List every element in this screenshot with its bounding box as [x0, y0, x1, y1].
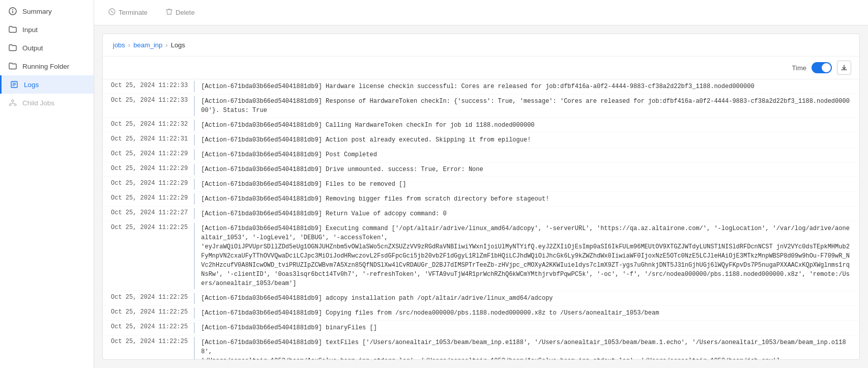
log-time: Oct 25, 2024 11:22:32 [103, 120, 195, 131]
log-content[interactable]: Oct 25, 2024 11:22:33[Action-671bda03b66… [103, 79, 859, 359]
log-message: [Action-671bda03b66ed54041881db9] Drive … [195, 164, 489, 175]
breadcrumb-beam-inp[interactable]: beam_inp [133, 41, 162, 49]
sidebar-item-label-logs: Logs [24, 81, 39, 89]
delete-button[interactable]: Delete [162, 6, 199, 19]
log-entry: Oct 25, 2024 11:22:29[Action-671bda03b66… [103, 162, 859, 177]
log-time: Oct 25, 2024 11:22:33 [103, 96, 195, 116]
log-message: [Action-671bda03b66ed54041881db9] Hardwa… [195, 81, 760, 92]
toolbar: Terminate Delete [94, 0, 868, 25]
svg-line-14 [111, 11, 113, 13]
log-message: [Action-671bda03b66ed54041881db9] Respon… [195, 96, 859, 116]
log-entry: Oct 25, 2024 11:22:29[Action-671bda03b66… [103, 177, 859, 192]
logs-icon [10, 80, 19, 89]
log-time: Oct 25, 2024 11:22:27 [103, 208, 195, 219]
log-message: [Action-671bda03b66ed54041881db9] Post C… [195, 149, 383, 160]
breadcrumb-jobs[interactable]: jobs [113, 41, 125, 49]
log-message: [Action-671bda03b66ed54041881db9] Return… [195, 208, 452, 219]
log-time: Oct 25, 2024 11:22:25 [103, 307, 195, 319]
sidebar-item-label-child-jobs: Child Jobs [22, 99, 54, 107]
svg-line-12 [13, 103, 15, 104]
sidebar-item-running-folder[interactable]: Running Folder [0, 57, 94, 75]
breadcrumb: jobs › beam_inp › Logs [103, 34, 859, 56]
log-time: Oct 25, 2024 11:22:33 [103, 81, 195, 92]
log-panel: jobs › beam_inp › Logs Time Oct 25, 2024… [102, 34, 860, 360]
log-message: [Action-671bda03b66ed54041881db9] binary… [195, 322, 383, 333]
folder-input-icon [8, 25, 17, 34]
log-entry: Oct 25, 2024 11:22:25[Action-671bda03b66… [103, 306, 859, 321]
log-time: Oct 25, 2024 11:22:29 [103, 149, 195, 160]
terminate-button[interactable]: Terminate [104, 6, 152, 19]
log-message: [Action-671bda03b66ed54041881db9] Callin… [195, 120, 540, 131]
sidebar-item-label-summary: Summary [22, 8, 52, 15]
log-time: Oct 25, 2024 11:22:29 [103, 193, 195, 205]
terminate-icon [108, 8, 115, 17]
log-entry: Oct 25, 2024 11:22:32[Action-671bda03b66… [103, 118, 859, 133]
sidebar-item-label-output: Output [22, 44, 43, 52]
log-time: Oct 25, 2024 11:22:31 [103, 134, 195, 146]
log-time: Oct 25, 2024 11:22:25 [103, 337, 195, 359]
sidebar-item-summary[interactable]: Summary [0, 2, 94, 20]
log-message: [Action-671bda03b66ed54041881db9] Execut… [195, 223, 859, 289]
svg-line-11 [10, 103, 13, 104]
running-folder-icon [8, 62, 17, 71]
sidebar-item-child-jobs: Child Jobs [0, 94, 94, 112]
time-label: Time [792, 64, 806, 72]
svg-point-9 [14, 104, 16, 106]
log-time: Oct 25, 2024 11:22:29 [103, 179, 195, 190]
log-message: [Action-671bda03b66ed54041881db9] Copyin… [195, 307, 665, 319]
log-time: Oct 25, 2024 11:22:29 [103, 164, 195, 175]
log-time: Oct 25, 2024 11:22:25 [103, 223, 195, 289]
sidebar-item-label-input: Input [22, 26, 38, 34]
log-entry: Oct 25, 2024 11:22:33[Action-671bda03b66… [103, 94, 859, 118]
folder-output-icon [8, 43, 17, 52]
svg-point-7 [12, 100, 14, 102]
breadcrumb-sep-1: › [128, 41, 130, 49]
sidebar-item-output[interactable]: Output [0, 39, 94, 57]
sidebar: Summary Input Output Running Folder [0, 0, 94, 368]
log-entry: Oct 25, 2024 11:22:27[Action-671bda03b66… [103, 207, 859, 221]
sidebar-item-logs[interactable]: Logs [0, 75, 94, 94]
delete-label: Delete [176, 9, 195, 16]
log-message: [Action-671bda03b66ed54041881db9] textFi… [195, 337, 859, 359]
time-toggle[interactable] [812, 62, 832, 73]
log-entry: Oct 25, 2024 11:22:29[Action-671bda03b66… [103, 192, 859, 207]
log-message: [Action-671bda03b66ed54041881db9] adcopy… [195, 293, 559, 304]
log-message: [Action-671bda03b66ed54041881db9] Files … [195, 179, 412, 190]
log-message: [Action-671bda03b66ed54041881db9] Action… [195, 134, 537, 146]
info-circle-icon [8, 7, 17, 16]
child-jobs-icon [8, 98, 17, 107]
breadcrumb-logs: Logs [171, 41, 185, 49]
breadcrumb-sep-2: › [165, 41, 167, 49]
terminate-label: Terminate [119, 9, 148, 16]
log-entry: Oct 25, 2024 11:22:31[Action-671bda03b66… [103, 133, 859, 148]
log-message: [Action-671bda03b66ed54041881db9] Removi… [195, 193, 555, 205]
download-button[interactable] [837, 61, 851, 75]
log-entry: Oct 25, 2024 11:22:25[Action-671bda03b66… [103, 221, 859, 291]
svg-point-2 [12, 9, 13, 10]
log-entry: Oct 25, 2024 11:22:25[Action-671bda03b66… [103, 335, 859, 359]
svg-rect-1 [12, 11, 13, 13]
delete-icon [166, 8, 172, 17]
log-time: Oct 25, 2024 11:22:25 [103, 293, 195, 304]
svg-point-8 [9, 104, 11, 106]
sidebar-item-label-running-folder: Running Folder [22, 63, 69, 70]
main-content: Terminate Delete jobs › beam_inp › Logs … [94, 0, 868, 368]
log-time: Oct 25, 2024 11:22:25 [103, 322, 195, 333]
log-header: Time [103, 56, 859, 79]
log-entry: Oct 25, 2024 11:22:33[Action-671bda03b66… [103, 79, 859, 94]
log-entry: Oct 25, 2024 11:22:29[Action-671bda03b66… [103, 148, 859, 162]
log-entry: Oct 25, 2024 11:22:25[Action-671bda03b66… [103, 321, 859, 335]
log-entry: Oct 25, 2024 11:22:25[Action-671bda03b66… [103, 291, 859, 306]
sidebar-item-input[interactable]: Input [0, 20, 94, 39]
